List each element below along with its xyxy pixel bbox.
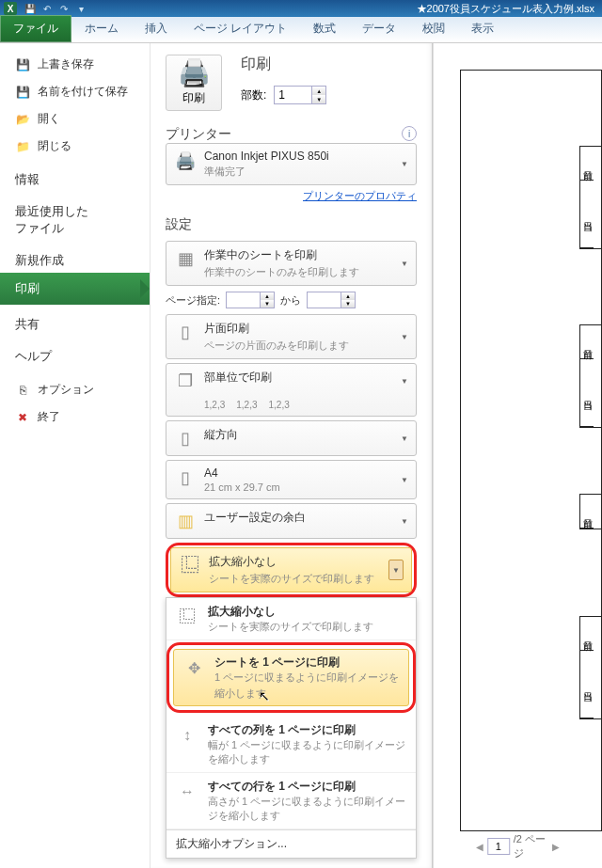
scale-options-link[interactable]: 拡大縮小オプション...: [166, 829, 416, 858]
preview-cell: 当日: [580, 359, 594, 427]
nav-label: 印刷: [15, 280, 40, 297]
saveas-icon: 💾: [15, 85, 30, 100]
copies-down-button[interactable]: ▼: [311, 95, 325, 103]
preview-cell: 前日: [580, 495, 594, 529]
nav-save[interactable]: 💾上書き保存: [0, 51, 150, 78]
quick-access-toolbar: 💾 ↶ ↷ ▾: [23, 2, 88, 15]
tab-insert[interactable]: 挿入: [132, 15, 181, 42]
page-range-row: ページ指定: ▲▼ から ▲▼: [166, 292, 417, 308]
chevron-down-icon: ▼: [401, 260, 408, 268]
page-icon: ▯: [174, 321, 197, 343]
nav-options[interactable]: ⎘オプション: [0, 376, 150, 403]
print-button-label: 印刷: [182, 90, 205, 106]
printer-ready-icon: 🖨️: [174, 150, 197, 172]
nav-info[interactable]: 情報: [0, 160, 150, 192]
chevron-down-icon: ▼: [401, 377, 408, 386]
printer-icon: 🖨️: [178, 60, 211, 87]
fit-page-icon: ✥: [181, 655, 207, 681]
portrait-icon: ▯: [174, 427, 197, 450]
nav-label: 名前を付けて保存: [38, 84, 128, 100]
copies-up-button[interactable]: ▲: [311, 87, 325, 95]
tab-file[interactable]: ファイル: [0, 15, 71, 42]
chevron-down-icon[interactable]: ▼: [388, 560, 404, 580]
chevron-down-icon: ▼: [401, 517, 408, 526]
page-controls: ◀ /2 ページ ▶: [476, 832, 561, 860]
nav-close[interactable]: 📁閉じる: [0, 133, 150, 160]
tab-data[interactable]: データ: [349, 15, 409, 42]
nav-new[interactable]: 新規作成: [0, 241, 150, 273]
chevron-down-icon: ▼: [401, 333, 408, 341]
printer-heading: プリンター: [166, 126, 231, 141]
paper-icon: ▯: [174, 466, 197, 489]
tab-home[interactable]: ホーム: [71, 15, 132, 42]
printer-dropdown[interactable]: 🖨️ Canon Inkjet PIXUS 850i準備完了 ▼: [166, 143, 417, 185]
preview-cell: 当日: [580, 651, 594, 718]
tab-formulas[interactable]: 数式: [300, 15, 349, 42]
nav-open[interactable]: 📂開く: [0, 105, 150, 133]
undo-icon[interactable]: ↶: [40, 2, 55, 15]
print-button[interactable]: 🖨️ 印刷: [166, 55, 222, 111]
highlight-scale-dropdown: ⿺ 拡大縮小なしシートを実際のサイズで印刷します ▼: [166, 543, 417, 597]
preview-cell: 前日: [580, 325, 594, 359]
page-range-label: ページ指定:: [166, 293, 220, 308]
print-heading: 印刷: [241, 55, 326, 74]
info-icon[interactable]: i: [402, 126, 417, 141]
nav-print[interactable]: 印刷: [0, 273, 150, 305]
noscale-icon: ⿺: [174, 604, 200, 630]
document-title: ★2007役員スケジュール表入力例.xlsx: [417, 2, 594, 16]
page-from-up[interactable]: ▲: [260, 292, 274, 300]
page-from-down[interactable]: ▼: [260, 300, 274, 308]
scale-option-fit-sheet[interactable]: ✥ シートを 1 ページに印刷1 ページに収まるように印刷イメージを縮小します↖: [173, 649, 409, 706]
page-to-up[interactable]: ▲: [341, 292, 355, 300]
fit-columns-icon: ↕: [174, 722, 200, 749]
scale-option-fit-rows[interactable]: ↔ すべての行を 1 ページに印刷高さが 1 ページに収まるように印刷イメージを…: [166, 773, 416, 829]
nav-label: 開く: [38, 111, 60, 127]
collate-icon: ❐: [174, 370, 197, 392]
paper-size-dropdown[interactable]: ▯ A421 cm x 29.7 cm ▼: [166, 460, 417, 499]
margins-dropdown[interactable]: ▥ ユーザー設定の余白 ▼: [166, 503, 417, 539]
nav-save-as[interactable]: 💾名前を付けて保存: [0, 78, 150, 105]
nav-label: 終了: [38, 409, 60, 425]
print-area-dropdown[interactable]: ▦ 作業中のシートを印刷作業中のシートのみを印刷します ▼: [166, 241, 417, 286]
tab-view[interactable]: 表示: [458, 15, 507, 42]
options-icon: ⎘: [15, 383, 30, 398]
folder-close-icon: 📁: [15, 139, 30, 154]
page-to-label: から: [280, 293, 301, 308]
prev-page-button[interactable]: ◀: [476, 842, 483, 852]
fit-rows-icon: ↔: [174, 779, 200, 805]
page-to-down[interactable]: ▼: [341, 300, 355, 308]
save-icon: 💾: [15, 57, 30, 72]
scale-option-fit-columns[interactable]: ↕ すべての列を 1 ページに印刷幅が 1 ページに収まるように印刷イメージを縮…: [166, 717, 416, 773]
tab-review[interactable]: 校閲: [409, 15, 458, 42]
preview-cell: 前日: [580, 617, 594, 651]
chevron-down-icon: ▼: [401, 160, 408, 168]
highlight-fit-option: ✥ シートを 1 ページに印刷1 ページに収まるように印刷イメージを縮小します↖: [166, 642, 416, 713]
margins-icon: ▥: [174, 510, 197, 532]
chevron-down-icon: ▼: [401, 476, 408, 484]
nav-share[interactable]: 共有: [0, 305, 150, 337]
noscale-icon: ⿺: [179, 554, 201, 576]
collate-preview: 1,2,3 1,2,3 1,2,3: [174, 400, 408, 410]
current-page-input[interactable]: [487, 838, 510, 855]
save-icon[interactable]: 💾: [23, 2, 38, 15]
chevron-down-icon: ▼: [401, 434, 408, 443]
settings-heading: 設定: [166, 216, 417, 233]
tab-page-layout[interactable]: ページ レイアウト: [181, 15, 300, 42]
nav-help[interactable]: ヘルプ: [0, 337, 150, 369]
nav-exit[interactable]: ✖終了: [0, 403, 150, 431]
redo-icon[interactable]: ↷: [56, 2, 71, 15]
nav-label: オプション: [38, 382, 94, 398]
printer-properties-link[interactable]: プリンターのプロパティ: [166, 189, 417, 203]
scaling-dropdown-panel: ⿺ 拡大縮小なしシートを実際のサイズで印刷します ✥ シートを 1 ページに印刷…: [166, 597, 417, 859]
scaling-dropdown[interactable]: ⿺ 拡大縮小なしシートを実際のサイズで印刷します ▼: [170, 547, 412, 592]
next-page-button[interactable]: ▶: [552, 842, 560, 852]
scale-option-none[interactable]: ⿺ 拡大縮小なしシートを実際のサイズで印刷します: [166, 598, 416, 640]
left-nav: 💾上書き保存 💾名前を付けて保存 📂開く 📁閉じる 情報 最近使用したファイル …: [0, 43, 150, 868]
nav-recent[interactable]: 最近使用したファイル: [0, 192, 150, 241]
orientation-dropdown[interactable]: ▯ 縦方向 ▼: [166, 420, 417, 456]
nav-label: 上書き保存: [38, 56, 94, 72]
sides-dropdown[interactable]: ▯ 片面印刷ページの片面のみを印刷します ▼: [166, 314, 417, 359]
collate-dropdown[interactable]: ❐ 部単位で印刷 ▼ 1,2,3 1,2,3 1,2,3: [166, 363, 417, 417]
nav-label: 閉じる: [38, 138, 71, 154]
qat-dropdown-icon[interactable]: ▾: [73, 2, 88, 15]
